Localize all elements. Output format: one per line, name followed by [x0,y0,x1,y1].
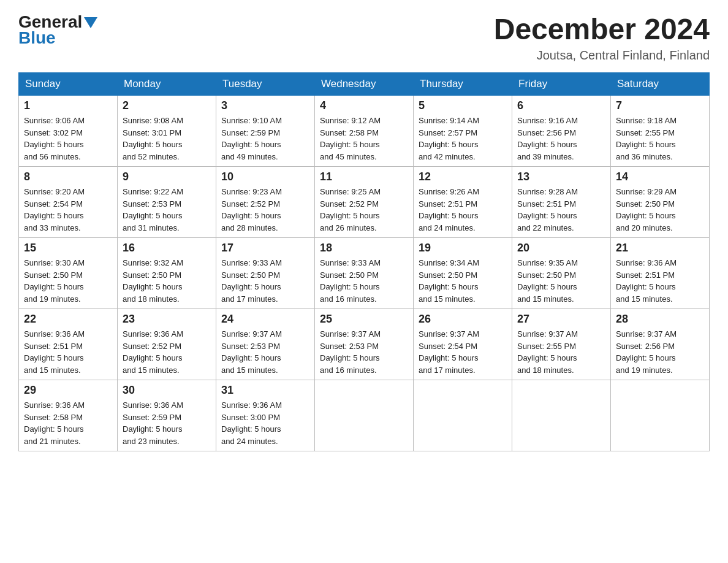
day-number: 9 [123,170,211,183]
cell-info: Sunrise: 9:33 AM Sunset: 2:50 PM Dayligh… [320,257,408,305]
cell-info: Sunrise: 9:36 AM Sunset: 2:51 PM Dayligh… [616,257,704,305]
day-number: 25 [320,313,408,326]
col-monday: Monday [118,73,216,96]
day-number: 2 [123,99,211,112]
day-number: 22 [24,313,112,326]
cell-info: Sunrise: 9:23 AM Sunset: 2:52 PM Dayligh… [221,186,309,234]
day-number: 23 [123,313,211,326]
day-number: 10 [221,170,309,183]
day-number: 17 [221,242,309,255]
table-row [414,380,512,451]
table-row: 23 Sunrise: 9:36 AM Sunset: 2:52 PM Dayl… [118,309,216,380]
table-row: 24 Sunrise: 9:37 AM Sunset: 2:53 PM Dayl… [216,309,315,380]
table-row: 17 Sunrise: 9:33 AM Sunset: 2:50 PM Dayl… [216,238,315,309]
table-row: 18 Sunrise: 9:33 AM Sunset: 2:50 PM Dayl… [315,238,414,309]
day-number: 8 [24,170,112,183]
day-number: 28 [616,313,704,326]
table-row: 11 Sunrise: 9:25 AM Sunset: 2:52 PM Dayl… [315,167,414,238]
day-number: 13 [517,170,605,183]
title-area: December 2024 Joutsa, Central Finland, F… [494,12,710,63]
table-row: 26 Sunrise: 9:37 AM Sunset: 2:54 PM Dayl… [414,309,512,380]
cell-info: Sunrise: 9:14 AM Sunset: 2:57 PM Dayligh… [419,115,507,163]
col-thursday: Thursday [414,73,512,96]
cell-info: Sunrise: 9:36 AM Sunset: 2:59 PM Dayligh… [123,399,211,447]
calendar-week-row: 29 Sunrise: 9:36 AM Sunset: 2:58 PM Dayl… [19,380,710,451]
cell-info: Sunrise: 9:30 AM Sunset: 2:50 PM Dayligh… [24,257,112,305]
cell-info: Sunrise: 9:18 AM Sunset: 2:55 PM Dayligh… [616,115,704,163]
table-row: 20 Sunrise: 9:35 AM Sunset: 2:50 PM Dayl… [512,238,611,309]
col-tuesday: Tuesday [216,73,315,96]
table-row: 19 Sunrise: 9:34 AM Sunset: 2:50 PM Dayl… [414,238,512,309]
day-number: 30 [123,384,211,397]
logo: General Blue [18,12,97,48]
calendar-title: December 2024 [494,12,710,46]
col-saturday: Saturday [611,73,710,96]
day-number: 27 [517,313,605,326]
cell-info: Sunrise: 9:37 AM Sunset: 2:54 PM Dayligh… [419,328,507,376]
calendar-table: Sunday Monday Tuesday Wednesday Thursday… [18,72,710,451]
day-number: 12 [419,170,507,183]
day-number: 5 [419,99,507,112]
day-number: 31 [221,384,309,397]
cell-info: Sunrise: 9:22 AM Sunset: 2:53 PM Dayligh… [123,186,211,234]
day-number: 21 [616,242,704,255]
day-number: 18 [320,242,408,255]
day-number: 4 [320,99,408,112]
cell-info: Sunrise: 9:37 AM Sunset: 2:53 PM Dayligh… [221,328,309,376]
calendar-week-row: 15 Sunrise: 9:30 AM Sunset: 2:50 PM Dayl… [19,238,710,309]
cell-info: Sunrise: 9:06 AM Sunset: 3:02 PM Dayligh… [24,115,112,163]
table-row: 6 Sunrise: 9:16 AM Sunset: 2:56 PM Dayli… [512,96,611,167]
cell-info: Sunrise: 9:28 AM Sunset: 2:51 PM Dayligh… [517,186,605,234]
col-wednesday: Wednesday [315,73,414,96]
table-row: 3 Sunrise: 9:10 AM Sunset: 2:59 PM Dayli… [216,96,315,167]
logo-triangle-icon [84,17,97,28]
cell-info: Sunrise: 9:34 AM Sunset: 2:50 PM Dayligh… [419,257,507,305]
logo-blue: Blue [18,28,56,48]
day-number: 15 [24,242,112,255]
table-row: 29 Sunrise: 9:36 AM Sunset: 2:58 PM Dayl… [19,380,118,451]
table-row: 30 Sunrise: 9:36 AM Sunset: 2:59 PM Dayl… [118,380,216,451]
day-number: 16 [123,242,211,255]
calendar-header-row: Sunday Monday Tuesday Wednesday Thursday… [19,73,710,96]
table-row: 9 Sunrise: 9:22 AM Sunset: 2:53 PM Dayli… [118,167,216,238]
day-number: 14 [616,170,704,183]
calendar-week-row: 8 Sunrise: 9:20 AM Sunset: 2:54 PM Dayli… [19,167,710,238]
day-number: 19 [419,242,507,255]
cell-info: Sunrise: 9:25 AM Sunset: 2:52 PM Dayligh… [320,186,408,234]
calendar-week-row: 22 Sunrise: 9:36 AM Sunset: 2:51 PM Dayl… [19,309,710,380]
cell-info: Sunrise: 9:36 AM Sunset: 3:00 PM Dayligh… [221,399,309,447]
cell-info: Sunrise: 9:08 AM Sunset: 3:01 PM Dayligh… [123,115,211,163]
table-row [611,380,710,451]
day-number: 20 [517,242,605,255]
cell-info: Sunrise: 9:36 AM Sunset: 2:58 PM Dayligh… [24,399,112,447]
cell-info: Sunrise: 9:32 AM Sunset: 2:50 PM Dayligh… [123,257,211,305]
svg-marker-0 [84,17,97,28]
table-row: 28 Sunrise: 9:37 AM Sunset: 2:56 PM Dayl… [611,309,710,380]
col-sunday: Sunday [19,73,118,96]
table-row: 22 Sunrise: 9:36 AM Sunset: 2:51 PM Dayl… [19,309,118,380]
cell-info: Sunrise: 9:37 AM Sunset: 2:53 PM Dayligh… [320,328,408,376]
table-row: 15 Sunrise: 9:30 AM Sunset: 2:50 PM Dayl… [19,238,118,309]
cell-info: Sunrise: 9:20 AM Sunset: 2:54 PM Dayligh… [24,186,112,234]
cell-info: Sunrise: 9:29 AM Sunset: 2:50 PM Dayligh… [616,186,704,234]
cell-info: Sunrise: 9:37 AM Sunset: 2:56 PM Dayligh… [616,328,704,376]
cell-info: Sunrise: 9:10 AM Sunset: 2:59 PM Dayligh… [221,115,309,163]
table-row: 25 Sunrise: 9:37 AM Sunset: 2:53 PM Dayl… [315,309,414,380]
table-row: 4 Sunrise: 9:12 AM Sunset: 2:58 PM Dayli… [315,96,414,167]
cell-info: Sunrise: 9:12 AM Sunset: 2:58 PM Dayligh… [320,115,408,163]
day-number: 7 [616,99,704,112]
page-header: General Blue December 2024 Joutsa, Centr… [18,12,710,63]
table-row: 7 Sunrise: 9:18 AM Sunset: 2:55 PM Dayli… [611,96,710,167]
table-row: 27 Sunrise: 9:37 AM Sunset: 2:55 PM Dayl… [512,309,611,380]
table-row: 8 Sunrise: 9:20 AM Sunset: 2:54 PM Dayli… [19,167,118,238]
day-number: 24 [221,313,309,326]
cell-info: Sunrise: 9:37 AM Sunset: 2:55 PM Dayligh… [517,328,605,376]
col-friday: Friday [512,73,611,96]
cell-info: Sunrise: 9:33 AM Sunset: 2:50 PM Dayligh… [221,257,309,305]
calendar-subtitle: Joutsa, Central Finland, Finland [494,48,710,63]
cell-info: Sunrise: 9:36 AM Sunset: 2:52 PM Dayligh… [123,328,211,376]
day-number: 26 [419,313,507,326]
table-row: 31 Sunrise: 9:36 AM Sunset: 3:00 PM Dayl… [216,380,315,451]
day-number: 29 [24,384,112,397]
day-number: 3 [221,99,309,112]
